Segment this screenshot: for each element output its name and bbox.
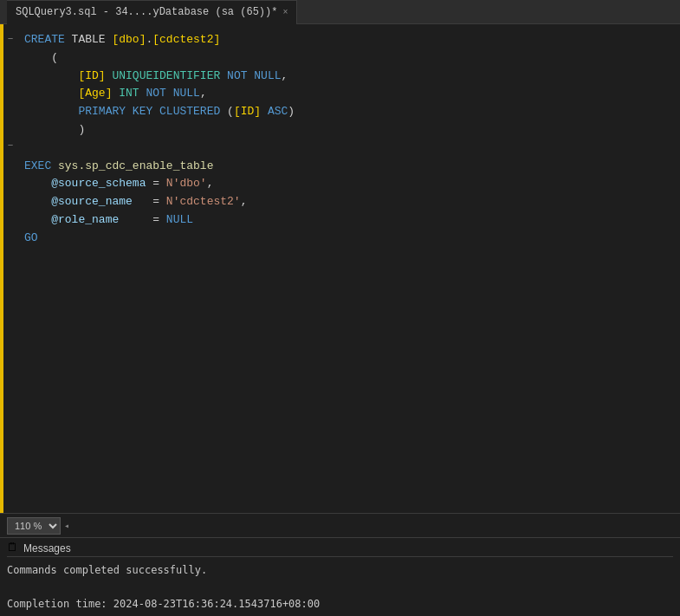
token [166, 87, 173, 100]
token: ( [24, 51, 58, 64]
token [24, 213, 51, 226]
token: PRIMARY [78, 105, 126, 118]
fold-icon[interactable]: − [3, 31, 17, 47]
token: [dbo] [112, 33, 146, 46]
token [24, 177, 51, 190]
token: UNIQUEIDENTIFIER [112, 69, 220, 82]
code-line: GO [24, 230, 680, 248]
fold-icon[interactable]: − [3, 138, 17, 153]
token: = [146, 177, 165, 190]
bottom-toolbar: 110 % 100 % 75 % ◂ [0, 514, 680, 538]
token: sys.sp_cdc_enable_table [51, 159, 213, 172]
message-line: Completion time: 2024-08-23T16:36:24.154… [7, 596, 673, 613]
code-line: @source_name = N'cdctest2', [24, 193, 680, 211]
token: NOT [227, 69, 247, 82]
token: , [241, 195, 248, 208]
title-bar: SQLQuery3.sql - 34....yDatabase (sa (65)… [0, 0, 680, 24]
token: NULL [166, 213, 193, 226]
token [126, 105, 133, 118]
token: EXEC [24, 159, 51, 172]
tab-close-button[interactable]: × [282, 8, 288, 17]
token [24, 87, 78, 100]
token: ASC [268, 105, 288, 118]
editor-tab[interactable]: SQLQuery3.sql - 34....yDatabase (sa (65)… [7, 0, 297, 24]
token [24, 69, 78, 82]
fold-icon [3, 107, 17, 123]
token: @source_name [51, 195, 146, 208]
token: [Age] [78, 87, 112, 100]
token: = [146, 195, 165, 208]
tab-label: SQLQuery3.sql - 34....yDatabase (sa (65)… [16, 6, 277, 18]
bottom-panel: 110 % 100 % 75 % ◂ 🗒 Messages Commands c… [0, 513, 680, 616]
token [261, 105, 268, 118]
code-line: PRIMARY KEY CLUSTERED ([ID] ASC) [24, 103, 680, 121]
messages-tab-label[interactable]: Messages [23, 542, 71, 554]
code-line: ( [24, 49, 680, 68]
token: KEY [133, 105, 152, 118]
token: , [200, 87, 207, 100]
code-line: @source_schema = N'dbo', [24, 175, 680, 193]
token: N'cdctest2' [166, 195, 241, 208]
editor-content[interactable]: CREATE TABLE [dbo].[cdctest2] ( [ID] UNI… [17, 24, 680, 513]
fold-icon [3, 184, 17, 199]
code-line: @role_name = NULL [24, 211, 680, 230]
code-line: ) [24, 121, 680, 139]
fold-icon [3, 199, 17, 215]
token [152, 105, 159, 118]
fold-icon [3, 168, 17, 184]
token [24, 195, 51, 208]
token: ( [220, 105, 234, 118]
token: , [207, 177, 214, 190]
code-line: EXEC sys.sp_cdc_enable_table [24, 158, 680, 176]
token: = [146, 213, 165, 226]
message-line: Commands completed successfully. [7, 562, 673, 579]
fold-icon [3, 92, 17, 107]
token: GO [24, 231, 38, 244]
token: NULL [254, 69, 281, 82]
fold-gutter: −− [3, 24, 17, 513]
token: NOT [146, 87, 165, 100]
messages-icon: 🗒 [7, 541, 18, 554]
fold-icon [3, 123, 17, 139]
token: [ID] [234, 105, 261, 118]
fold-icon [3, 77, 17, 93]
token: ) [288, 105, 295, 118]
messages-tab-bar: 🗒 Messages [7, 541, 673, 557]
fold-icon [3, 62, 17, 77]
token: ) [24, 123, 85, 136]
token: CLUSTERED [159, 105, 220, 118]
token: , [282, 69, 288, 82]
token: @source_schema [51, 177, 146, 190]
token [220, 69, 227, 82]
editor-container: −− CREATE TABLE [dbo].[cdctest2] ( [ID] … [0, 24, 680, 513]
message-line [7, 580, 673, 596]
token: [ID] [78, 69, 105, 82]
token [24, 105, 78, 118]
code-line: [Age] INT NOT NULL, [24, 85, 680, 103]
token: N'dbo' [166, 177, 207, 190]
zoom-select[interactable]: 110 % 100 % 75 % [7, 517, 61, 535]
message-output: Commands completed successfully. Complet… [7, 562, 673, 613]
token: NULL [173, 87, 200, 100]
token: TABLE [65, 33, 113, 46]
token: CREATE [24, 33, 65, 46]
messages-panel: 🗒 Messages Commands completed successful… [0, 538, 680, 616]
token: INT [119, 87, 139, 100]
scroll-left-icon[interactable]: ◂ [64, 521, 69, 531]
code-line [24, 139, 680, 158]
fold-icon [3, 47, 17, 62]
code-line: [ID] UNIQUEIDENTIFIER NOT NULL, [24, 68, 680, 86]
token: [cdctest2] [152, 33, 220, 46]
code-line: CREATE TABLE [dbo].[cdctest2] [24, 31, 680, 49]
fold-icon [3, 153, 17, 169]
token: @role_name [51, 213, 146, 226]
